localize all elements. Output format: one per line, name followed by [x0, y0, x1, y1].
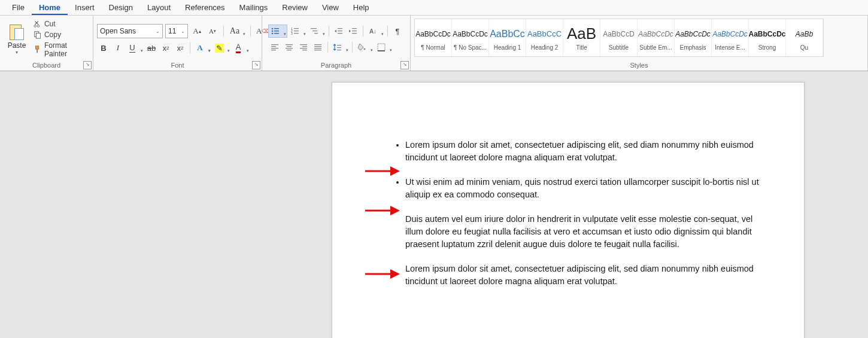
justify-button[interactable]	[311, 41, 324, 53]
style-name-label: Intense E...	[715, 44, 745, 51]
format-painter-button[interactable]: Format Painter	[34, 41, 89, 58]
style-item-qu[interactable]: AaBbQu	[786, 19, 823, 56]
paste-label: Paste	[8, 41, 26, 50]
style-item-heading-1[interactable]: AaBbCcHeading 1	[489, 19, 526, 56]
grow-font-button[interactable]: A▴	[190, 25, 204, 37]
style-item-heading-2[interactable]: AaBbCcCHeading 2	[526, 19, 563, 56]
scissors-icon	[34, 20, 42, 28]
tab-home[interactable]: Home	[32, 1, 68, 15]
style-name-label: ¶ Normal	[421, 44, 445, 51]
underline-button[interactable]: U	[126, 42, 144, 54]
group-clipboard: Paste ▾ Cut Copy	[0, 16, 93, 71]
outdent-button[interactable]	[332, 25, 345, 37]
align-center-button[interactable]	[283, 41, 296, 53]
line-spacing-button[interactable]	[331, 41, 349, 53]
font-name-input[interactable]: Open Sans ⌄	[97, 24, 163, 38]
paste-icon	[10, 23, 24, 40]
cut-button[interactable]: Cut	[34, 20, 89, 28]
svg-point-8	[272, 31, 274, 32]
group-label-clipboard: Clipboard	[4, 60, 89, 71]
text-effects-button[interactable]: A	[193, 42, 211, 54]
style-item-subtitle[interactable]: AaBbCcDSubtitle	[600, 19, 638, 56]
style-item-subtle-em-[interactable]: AaBbCcDcSubtle Em...	[638, 19, 675, 56]
chevron-down-icon: ⌄	[181, 29, 185, 34]
tab-layout[interactable]: Layout	[140, 1, 178, 15]
svg-rect-3	[36, 33, 40, 38]
chevron-down-icon: ▾	[16, 50, 18, 55]
svg-rect-39	[300, 48, 307, 48]
svg-rect-18	[311, 28, 317, 29]
copy-button[interactable]: Copy	[34, 31, 89, 39]
paragraph-launcher[interactable]: ↘	[400, 61, 409, 69]
svg-rect-36	[287, 50, 292, 50]
tab-mailings[interactable]: Mailings	[232, 1, 275, 15]
bullets-button[interactable]	[268, 25, 287, 38]
bold-button[interactable]: B	[97, 42, 110, 54]
superscript-button[interactable]: x2	[174, 42, 187, 54]
tab-file[interactable]: File	[5, 1, 32, 15]
multilevel-button[interactable]	[308, 25, 326, 37]
tab-insert[interactable]: Insert	[68, 1, 102, 15]
copy-icon	[34, 31, 42, 39]
tab-help[interactable]: Help	[346, 1, 377, 15]
paragraph-text[interactable]: Duis autem vel eum iriure dolor in hendr…	[405, 213, 762, 251]
style-preview: AaBbCcDc	[453, 25, 488, 43]
chevron-down-icon: ⌄	[156, 29, 160, 34]
paste-button[interactable]: Paste ▾	[4, 23, 30, 55]
clipboard-launcher[interactable]: ↘	[83, 61, 92, 69]
svg-rect-23	[338, 33, 342, 34]
style-item-emphasis[interactable]: AaBbCcDcEmphasis	[675, 19, 712, 56]
tab-design[interactable]: Design	[102, 1, 140, 15]
italic-button[interactable]: I	[111, 42, 125, 54]
svg-rect-38	[302, 46, 307, 47]
style-preview: AaBbCcD	[603, 25, 635, 43]
show-marks-button[interactable]: ¶	[391, 25, 404, 37]
indent-button[interactable]	[347, 25, 360, 37]
group-label-styles: Styles	[414, 60, 864, 71]
shading-button[interactable]	[356, 41, 374, 53]
shrink-font-button[interactable]: A▾	[206, 25, 219, 37]
subscript-button[interactable]: x2	[159, 42, 172, 54]
menu-tabs: File Home Insert Design Layout Reference…	[0, 0, 868, 16]
highlight-button[interactable]: ✎	[213, 42, 230, 54]
document-body[interactable]: Lorem ipsum dolor sit amet, consectetuer…	[392, 139, 762, 288]
numbering-button[interactable]: 123	[289, 25, 306, 37]
svg-rect-49	[378, 44, 385, 51]
sort-button[interactable]: A↓	[366, 25, 384, 37]
list-item[interactable]: Ut wisi enim ad minim veniam, quis nostr…	[405, 176, 762, 201]
style-item-no-spac-[interactable]: AaBbCcDc¶ No Spac...	[452, 19, 489, 56]
align-right-button[interactable]	[297, 41, 310, 53]
tab-references[interactable]: References	[178, 1, 232, 15]
align-left-button[interactable]	[268, 41, 281, 53]
style-name-label: Heading 1	[494, 44, 521, 51]
font-launcher[interactable]: ↘	[252, 61, 260, 69]
change-case-button[interactable]: Aa	[228, 25, 246, 37]
list-item[interactable]: Lorem ipsum dolor sit amet, consectetuer…	[405, 139, 762, 164]
style-item-strong[interactable]: AaBbCcDcStrong	[749, 19, 786, 56]
font-name-value: Open Sans	[100, 27, 136, 35]
style-item-title[interactable]: AaBTitle	[563, 19, 600, 56]
svg-rect-30	[271, 46, 276, 47]
style-item-intense-e-[interactable]: AaBbCcDcIntense E...	[712, 19, 749, 56]
svg-rect-21	[338, 28, 342, 29]
svg-rect-5	[37, 49, 38, 53]
group-label-font: Font	[97, 60, 258, 71]
svg-rect-4	[35, 46, 38, 49]
svg-rect-15	[294, 31, 299, 31]
svg-rect-19	[312, 31, 317, 31]
group-paragraph: 123 A↓ ¶	[262, 16, 411, 71]
document-page[interactable]: Lorem ipsum dolor sit amet, consectetuer…	[332, 82, 805, 338]
style-item-normal[interactable]: AaBbCcDc¶ Normal	[415, 19, 452, 56]
tab-view[interactable]: View	[315, 1, 346, 15]
paragraph-text[interactable]: Lorem ipsum dolor sit amet, consectetuer…	[405, 263, 762, 288]
font-size-input[interactable]: 11 ⌄	[165, 24, 188, 38]
tab-review[interactable]: Review	[275, 1, 315, 15]
borders-button[interactable]	[375, 41, 393, 53]
styles-gallery[interactable]: AaBbCcDc¶ NormalAaBbCcDc¶ No Spac...AaBb…	[414, 19, 824, 57]
font-color-button[interactable]: A	[232, 42, 250, 54]
strike-button[interactable]: ab	[145, 42, 158, 54]
svg-rect-43	[314, 48, 321, 48]
svg-marker-24	[335, 30, 336, 32]
style-name-label: Subtle Em...	[639, 44, 672, 51]
svg-rect-34	[287, 46, 292, 47]
